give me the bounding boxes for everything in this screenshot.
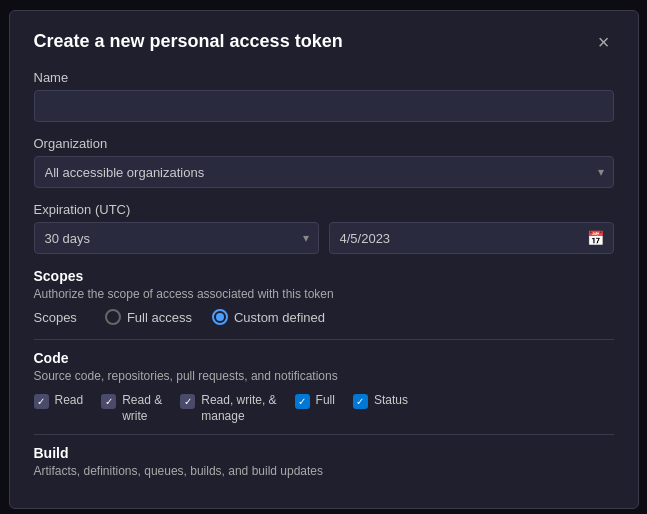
- name-group: Name: [34, 70, 614, 122]
- expiration-label: Expiration (UTC): [34, 202, 614, 217]
- permission-read-label: Read: [55, 393, 84, 409]
- expiration-date-wrapper: 📅: [329, 222, 614, 254]
- expiration-date-input[interactable]: [329, 222, 614, 254]
- full-access-label: Full access: [127, 310, 192, 325]
- checkbox-status[interactable]: ✓: [353, 394, 368, 409]
- checkbox-read-write[interactable]: ✓: [101, 394, 116, 409]
- modal-header: Create a new personal access token ×: [34, 31, 614, 52]
- checkbox-read[interactable]: ✓: [34, 394, 49, 409]
- close-button[interactable]: ×: [594, 32, 614, 52]
- org-select-wrapper: All accessible organizations ▾: [34, 156, 614, 188]
- expiration-select[interactable]: 30 days 60 days 90 days Custom: [34, 222, 319, 254]
- modal-overlay: Create a new personal access token × Nam…: [0, 0, 647, 514]
- permission-read-write-label: Read &write: [122, 393, 162, 424]
- scopes-title: Scopes: [34, 268, 614, 284]
- permission-read-write-manage-label: Read, write, &manage: [201, 393, 276, 424]
- divider-1: [34, 339, 614, 340]
- modal: Create a new personal access token × Nam…: [9, 10, 639, 509]
- radio-full-access: [105, 309, 121, 325]
- name-label: Name: [34, 70, 614, 85]
- expiration-row: 30 days 60 days 90 days Custom ▾ 📅: [34, 222, 614, 254]
- permission-status: ✓ Status: [353, 393, 408, 409]
- org-label: Organization: [34, 136, 614, 151]
- code-section-description: Source code, repositories, pull requests…: [34, 369, 614, 383]
- checkmark-read-write: ✓: [105, 397, 113, 407]
- expiration-group: Expiration (UTC) 30 days 60 days 90 days…: [34, 202, 614, 254]
- checkmark-read-write-manage: ✓: [184, 397, 192, 407]
- permission-status-label: Status: [374, 393, 408, 409]
- build-section-description: Artifacts, definitions, queues, builds, …: [34, 464, 614, 478]
- custom-defined-label: Custom defined: [234, 310, 325, 325]
- scopes-description: Authorize the scope of access associated…: [34, 287, 614, 301]
- scope-option-custom[interactable]: Custom defined: [212, 309, 325, 325]
- permission-read-write-manage: ✓ Read, write, &manage: [180, 393, 276, 424]
- scope-option-full[interactable]: Full access: [105, 309, 192, 325]
- code-section: Code Source code, repositories, pull req…: [34, 350, 614, 424]
- checkmark-status: ✓: [356, 397, 364, 407]
- checkbox-full[interactable]: ✓: [295, 394, 310, 409]
- radio-inner-dot: [216, 313, 224, 321]
- scopes-options: Scopes Full access Custom defined: [34, 309, 614, 325]
- permission-read-write: ✓ Read &write: [101, 393, 162, 424]
- build-section-title: Build: [34, 445, 614, 461]
- modal-title: Create a new personal access token: [34, 31, 343, 52]
- checkmark-full: ✓: [298, 397, 306, 407]
- permission-full: ✓ Full: [295, 393, 335, 409]
- radio-custom-defined: [212, 309, 228, 325]
- scopes-section: Scopes Authorize the scope of access ass…: [34, 268, 614, 325]
- permissions-row: ✓ Read ✓ Read &write ✓ Read, write,: [34, 393, 614, 424]
- code-section-title: Code: [34, 350, 614, 366]
- org-select[interactable]: All accessible organizations: [34, 156, 614, 188]
- scopes-inline-label: Scopes: [34, 310, 77, 325]
- permission-read: ✓ Read: [34, 393, 84, 409]
- permission-full-label: Full: [316, 393, 335, 409]
- checkbox-read-write-manage[interactable]: ✓: [180, 394, 195, 409]
- org-group: Organization All accessible organization…: [34, 136, 614, 188]
- checkmark-read: ✓: [37, 397, 45, 407]
- build-section: Build Artifacts, definitions, queues, bu…: [34, 434, 614, 478]
- name-input[interactable]: [34, 90, 614, 122]
- expiration-select-wrapper: 30 days 60 days 90 days Custom ▾: [34, 222, 319, 254]
